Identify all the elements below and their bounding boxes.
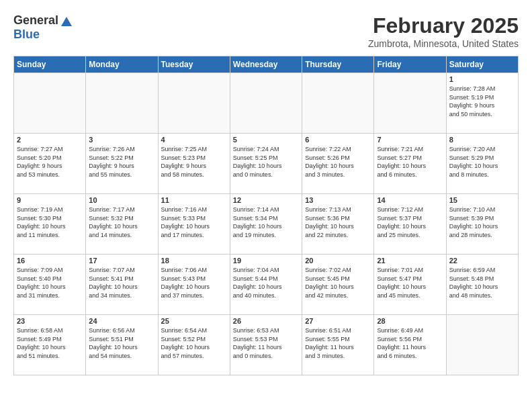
day-content: Sunrise: 6:49 AM Sunset: 5:56 PM Dayligh… bbox=[377, 326, 443, 360]
day-content: Sunrise: 7:26 AM Sunset: 5:22 PM Dayligh… bbox=[89, 145, 154, 179]
day-content: Sunrise: 7:06 AM Sunset: 5:43 PM Dayligh… bbox=[161, 266, 227, 300]
day-number: 3 bbox=[89, 136, 154, 144]
page-header: General Blue February 2025 Zumbrota, Min… bbox=[13, 13, 519, 49]
day-content: Sunrise: 6:53 AM Sunset: 5:53 PM Dayligh… bbox=[233, 326, 299, 360]
calendar-cell: 26Sunrise: 6:53 AM Sunset: 5:53 PM Dayli… bbox=[230, 315, 302, 375]
day-content: Sunrise: 7:13 AM Sunset: 5:36 PM Dayligh… bbox=[305, 205, 371, 239]
day-number: 10 bbox=[89, 196, 154, 204]
calendar-cell: 25Sunrise: 6:54 AM Sunset: 5:52 PM Dayli… bbox=[158, 315, 230, 375]
calendar-cell: 28Sunrise: 6:49 AM Sunset: 5:56 PM Dayli… bbox=[374, 315, 446, 375]
calendar-cell: 2Sunrise: 7:27 AM Sunset: 5:20 PM Daylig… bbox=[14, 134, 86, 194]
calendar-cell: 20Sunrise: 7:02 AM Sunset: 5:45 PM Dayli… bbox=[302, 255, 374, 315]
day-content: Sunrise: 7:25 AM Sunset: 5:23 PM Dayligh… bbox=[161, 145, 227, 179]
day-number: 11 bbox=[161, 196, 227, 204]
title-block: February 2025 Zumbrota, Minnesota, Unite… bbox=[368, 13, 519, 49]
day-number: 22 bbox=[449, 257, 515, 265]
calendar-cell: 15Sunrise: 7:10 AM Sunset: 5:39 PM Dayli… bbox=[446, 194, 518, 255]
calendar-cell bbox=[446, 315, 518, 375]
column-header-thursday: Thursday bbox=[302, 56, 374, 73]
calendar-cell: 23Sunrise: 6:58 AM Sunset: 5:49 PM Dayli… bbox=[14, 315, 86, 375]
day-content: Sunrise: 7:09 AM Sunset: 5:40 PM Dayligh… bbox=[17, 266, 83, 300]
calendar-cell bbox=[86, 73, 158, 134]
day-content: Sunrise: 7:24 AM Sunset: 5:25 PM Dayligh… bbox=[233, 145, 299, 179]
day-number: 4 bbox=[161, 136, 227, 144]
day-number: 7 bbox=[377, 136, 443, 144]
day-number: 12 bbox=[233, 196, 299, 204]
day-number: 6 bbox=[305, 136, 371, 144]
day-content: Sunrise: 6:59 AM Sunset: 5:48 PM Dayligh… bbox=[449, 266, 515, 300]
column-header-monday: Monday bbox=[86, 56, 158, 73]
calendar-cell: 21Sunrise: 7:01 AM Sunset: 5:47 PM Dayli… bbox=[374, 255, 446, 315]
day-content: Sunrise: 6:56 AM Sunset: 5:51 PM Dayligh… bbox=[89, 326, 154, 360]
day-number: 16 bbox=[17, 257, 83, 265]
calendar-cell: 11Sunrise: 7:16 AM Sunset: 5:33 PM Dayli… bbox=[158, 194, 230, 255]
day-number: 1 bbox=[449, 75, 515, 83]
day-number: 21 bbox=[377, 257, 443, 265]
day-content: Sunrise: 6:51 AM Sunset: 5:55 PM Dayligh… bbox=[305, 326, 371, 360]
day-content: Sunrise: 7:17 AM Sunset: 5:32 PM Dayligh… bbox=[89, 205, 154, 239]
day-number: 27 bbox=[305, 317, 371, 325]
day-content: Sunrise: 7:27 AM Sunset: 5:20 PM Dayligh… bbox=[17, 145, 83, 179]
calendar-cell: 10Sunrise: 7:17 AM Sunset: 5:32 PM Dayli… bbox=[86, 194, 158, 255]
calendar-cell: 27Sunrise: 6:51 AM Sunset: 5:55 PM Dayli… bbox=[302, 315, 374, 375]
calendar-cell: 7Sunrise: 7:21 AM Sunset: 5:27 PM Daylig… bbox=[374, 134, 446, 194]
calendar-cell: 24Sunrise: 6:56 AM Sunset: 5:51 PM Dayli… bbox=[86, 315, 158, 375]
day-number: 8 bbox=[449, 136, 515, 144]
day-content: Sunrise: 7:16 AM Sunset: 5:33 PM Dayligh… bbox=[161, 205, 227, 239]
calendar-cell bbox=[302, 73, 374, 134]
day-content: Sunrise: 6:58 AM Sunset: 5:49 PM Dayligh… bbox=[17, 326, 83, 360]
day-content: Sunrise: 7:21 AM Sunset: 5:27 PM Dayligh… bbox=[377, 145, 443, 179]
calendar-cell bbox=[230, 73, 302, 134]
day-content: Sunrise: 7:07 AM Sunset: 5:41 PM Dayligh… bbox=[89, 266, 154, 300]
day-content: Sunrise: 6:54 AM Sunset: 5:52 PM Dayligh… bbox=[161, 326, 227, 360]
column-header-friday: Friday bbox=[374, 56, 446, 73]
calendar-table: SundayMondayTuesdayWednesdayThursdayFrid… bbox=[13, 56, 519, 375]
day-number: 28 bbox=[377, 317, 443, 325]
day-number: 17 bbox=[89, 257, 154, 265]
calendar-cell: 3Sunrise: 7:26 AM Sunset: 5:22 PM Daylig… bbox=[86, 134, 158, 194]
calendar-cell: 14Sunrise: 7:12 AM Sunset: 5:37 PM Dayli… bbox=[374, 194, 446, 255]
location-subtitle: Zumbrota, Minnesota, United States bbox=[368, 38, 519, 49]
day-content: Sunrise: 7:28 AM Sunset: 5:19 PM Dayligh… bbox=[449, 85, 515, 118]
calendar-cell: 19Sunrise: 7:04 AM Sunset: 5:44 PM Dayli… bbox=[230, 255, 302, 315]
day-content: Sunrise: 7:01 AM Sunset: 5:47 PM Dayligh… bbox=[377, 266, 443, 300]
calendar-week-row: 2Sunrise: 7:27 AM Sunset: 5:20 PM Daylig… bbox=[14, 134, 519, 194]
calendar-cell: 16Sunrise: 7:09 AM Sunset: 5:40 PM Dayli… bbox=[14, 255, 86, 315]
day-number: 19 bbox=[233, 257, 299, 265]
day-content: Sunrise: 7:14 AM Sunset: 5:34 PM Dayligh… bbox=[233, 205, 299, 239]
calendar-cell: 4Sunrise: 7:25 AM Sunset: 5:23 PM Daylig… bbox=[158, 134, 230, 194]
calendar-week-row: 9Sunrise: 7:19 AM Sunset: 5:30 PM Daylig… bbox=[14, 194, 519, 255]
calendar-cell: 12Sunrise: 7:14 AM Sunset: 5:34 PM Dayli… bbox=[230, 194, 302, 255]
logo-triangle-icon bbox=[61, 17, 72, 26]
day-content: Sunrise: 7:10 AM Sunset: 5:39 PM Dayligh… bbox=[449, 205, 515, 239]
calendar-cell: 22Sunrise: 6:59 AM Sunset: 5:48 PM Dayli… bbox=[446, 255, 518, 315]
day-number: 25 bbox=[161, 317, 227, 325]
day-number: 9 bbox=[17, 196, 83, 204]
column-header-saturday: Saturday bbox=[446, 56, 518, 73]
calendar-header-row: SundayMondayTuesdayWednesdayThursdayFrid… bbox=[14, 56, 519, 73]
day-number: 18 bbox=[161, 257, 227, 265]
calendar-cell bbox=[14, 73, 86, 134]
calendar-week-row: 23Sunrise: 6:58 AM Sunset: 5:49 PM Dayli… bbox=[14, 315, 519, 375]
month-year-title: February 2025 bbox=[368, 13, 519, 38]
column-header-sunday: Sunday bbox=[14, 56, 86, 73]
calendar-cell: 17Sunrise: 7:07 AM Sunset: 5:41 PM Dayli… bbox=[86, 255, 158, 315]
calendar-cell: 9Sunrise: 7:19 AM Sunset: 5:30 PM Daylig… bbox=[14, 194, 86, 255]
day-number: 2 bbox=[17, 136, 83, 144]
day-number: 13 bbox=[305, 196, 371, 204]
day-content: Sunrise: 7:19 AM Sunset: 5:30 PM Dayligh… bbox=[17, 205, 83, 239]
column-header-wednesday: Wednesday bbox=[230, 56, 302, 73]
day-number: 24 bbox=[89, 317, 154, 325]
calendar-cell: 13Sunrise: 7:13 AM Sunset: 5:36 PM Dayli… bbox=[302, 194, 374, 255]
calendar-cell: 1Sunrise: 7:28 AM Sunset: 5:19 PM Daylig… bbox=[446, 73, 518, 134]
day-content: Sunrise: 7:04 AM Sunset: 5:44 PM Dayligh… bbox=[233, 266, 299, 300]
calendar-cell bbox=[374, 73, 446, 134]
day-number: 14 bbox=[377, 196, 443, 204]
logo: General Blue bbox=[13, 13, 72, 42]
calendar-week-row: 1Sunrise: 7:28 AM Sunset: 5:19 PM Daylig… bbox=[14, 73, 519, 134]
logo-general-text: General bbox=[13, 13, 58, 28]
day-number: 23 bbox=[17, 317, 83, 325]
day-content: Sunrise: 7:20 AM Sunset: 5:29 PM Dayligh… bbox=[449, 145, 515, 179]
day-number: 15 bbox=[449, 196, 515, 204]
day-number: 5 bbox=[233, 136, 299, 144]
